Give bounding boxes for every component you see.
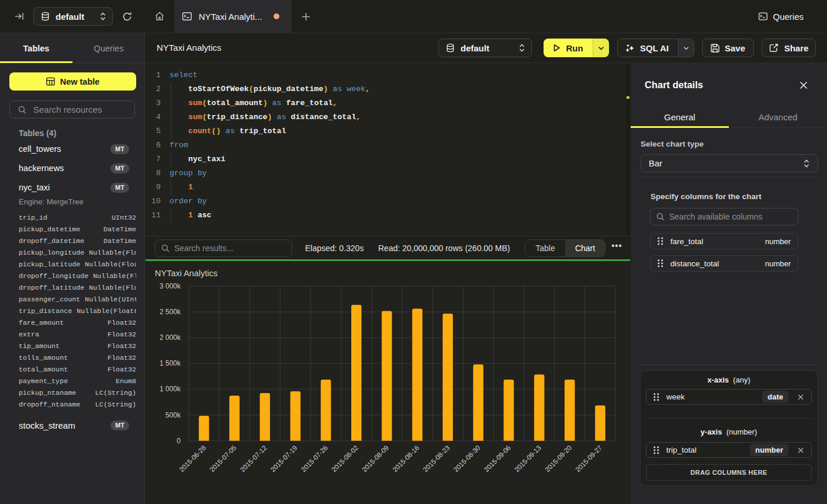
svg-text:2015-08-02: 2015-08-02 — [330, 444, 359, 473]
svg-text:500k: 500k — [165, 411, 181, 419]
svg-text:2015-07-26: 2015-07-26 — [300, 444, 329, 473]
svg-text:1 500k: 1 500k — [160, 359, 181, 367]
svg-text:2015-07-19: 2015-07-19 — [269, 444, 299, 473]
svg-text:2015-06-28: 2015-06-28 — [178, 444, 207, 473]
svg-text:2015-07-12: 2015-07-12 — [239, 444, 268, 473]
svg-text:3 000k: 3 000k — [160, 282, 181, 290]
svg-text:2015-09-27: 2015-09-27 — [574, 444, 603, 473]
svg-text:1 000k: 1 000k — [160, 385, 181, 393]
svg-text:2015-08-23: 2015-08-23 — [422, 444, 451, 473]
svg-text:2015-08-09: 2015-08-09 — [361, 444, 390, 473]
svg-text:2015-09-06: 2015-09-06 — [483, 444, 512, 473]
svg-text:2015-07-05: 2015-07-05 — [208, 444, 237, 473]
svg-text:2015-08-16: 2015-08-16 — [391, 444, 420, 473]
svg-text:2015-09-20: 2015-09-20 — [544, 444, 573, 473]
svg-text:2015-08-30: 2015-08-30 — [452, 444, 482, 473]
svg-text:2015-09-13: 2015-09-13 — [513, 444, 542, 473]
svg-text:0: 0 — [177, 437, 181, 445]
svg-text:2 500k: 2 500k — [160, 308, 181, 316]
svg-text:2 000k: 2 000k — [160, 333, 181, 342]
